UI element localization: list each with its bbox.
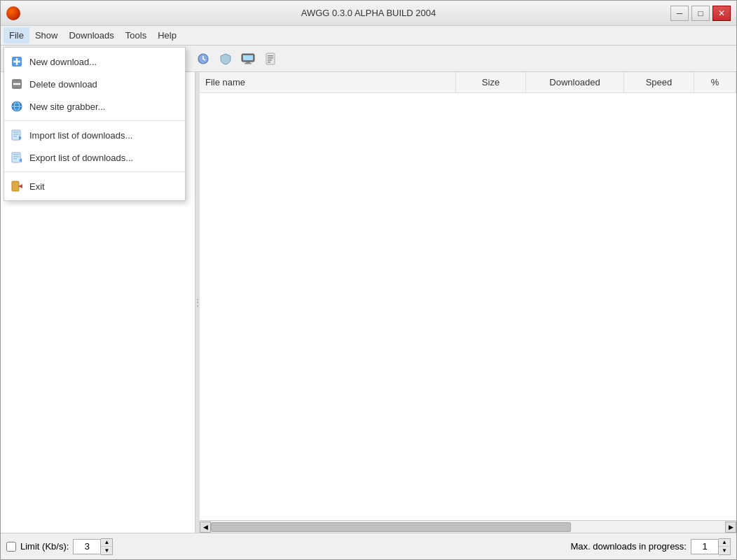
toolbar-clock-button[interactable] [193, 48, 214, 69]
scroll-right-button[interactable]: ▶ [725, 522, 736, 533]
window-controls: ─ □ ✕ [670, 6, 731, 21]
max-downloads-label: Max. downloads in progress: [571, 541, 687, 552]
toolbar-monitor-button[interactable] [237, 48, 259, 69]
svg-rect-40 [268, 59, 272, 61]
menu-delete-download[interactable]: Delete download [4, 73, 185, 95]
menu-separator-2 [4, 172, 185, 172]
limit-decrement-button[interactable]: ▼ [101, 547, 112, 554]
max-downloads-value-input[interactable] [691, 539, 719, 554]
menu-downloads[interactable]: Downloads [63, 27, 119, 43]
svg-rect-13 [13, 136, 17, 137]
svg-rect-39 [268, 57, 273, 59]
column-headers: File name Size Downloaded Speed % [200, 72, 736, 93]
max-downloads-spinbox-arrows: ▲ ▼ [719, 538, 731, 555]
limit-increment-button[interactable]: ▲ [101, 539, 112, 547]
toolbar-log-button[interactable] [260, 48, 281, 69]
limit-spinbox: ▲ ▼ [73, 538, 113, 555]
status-right: Max. downloads in progress: ▲ ▼ [571, 538, 731, 555]
menu-new-download[interactable]: New download... [4, 50, 185, 73]
menu-separator-1 [4, 120, 185, 121]
svg-rect-37 [266, 53, 275, 64]
max-downloads-spinbox: ▲ ▼ [691, 538, 731, 555]
svg-rect-34 [243, 55, 253, 60]
menu-export-list[interactable]: Export list of downloads... [4, 146, 185, 169]
scroll-left-button[interactable]: ◀ [200, 522, 211, 533]
svg-rect-11 [13, 132, 19, 133]
scrollbar-track[interactable] [211, 522, 725, 533]
svg-rect-35 [246, 62, 250, 63]
export-icon [10, 150, 24, 164]
plus-icon [10, 55, 24, 69]
col-header-percent[interactable]: % [694, 72, 736, 92]
limit-checkbox[interactable] [6, 542, 16, 552]
download-list [200, 93, 736, 520]
globe-icon [10, 99, 24, 113]
svg-rect-17 [13, 156, 19, 158]
exit-icon [10, 179, 24, 193]
menu-exit[interactable]: Exit [4, 175, 185, 197]
minimize-button[interactable]: ─ [670, 6, 689, 21]
max-downloads-increment-button[interactable]: ▲ [719, 539, 730, 547]
svg-rect-20 [12, 181, 19, 191]
minus-icon [10, 77, 24, 91]
menu-tools[interactable]: Tools [120, 27, 152, 43]
svg-rect-41 [268, 62, 270, 63]
svg-point-32 [202, 58, 204, 59]
col-header-filename[interactable]: File name [200, 72, 456, 92]
menu-bar: File New download... [1, 26, 736, 46]
restore-button[interactable]: □ [691, 6, 710, 21]
scrollbar-thumb[interactable] [211, 522, 571, 532]
max-downloads-decrement-button[interactable]: ▼ [719, 547, 730, 554]
right-panel: File name Size Downloaded Speed % [200, 72, 736, 533]
menu-file[interactable]: File New download... [4, 27, 29, 43]
svg-rect-16 [13, 154, 19, 155]
app-icon [6, 6, 20, 20]
svg-rect-18 [13, 158, 17, 160]
menu-show[interactable]: Show [29, 27, 64, 43]
svg-rect-38 [268, 55, 273, 57]
horizontal-scrollbar: ◀ ▶ [200, 520, 736, 533]
sidebar-resizer[interactable] [195, 72, 200, 533]
file-dropdown: New download... Delete download [4, 47, 186, 201]
toolbar-shield-button[interactable] [215, 48, 236, 69]
import-icon [10, 128, 24, 142]
limit-label: Limit (Kb/s): [20, 541, 69, 552]
title-bar-left [6, 6, 20, 20]
col-header-downloaded[interactable]: Downloaded [526, 72, 624, 92]
menu-new-site-grabber[interactable]: New site grabber... [4, 95, 185, 118]
menu-import-list[interactable]: Import list of downloads... [4, 124, 185, 146]
limit-value-input[interactable] [73, 539, 101, 554]
menu-help[interactable]: Help [152, 27, 182, 43]
title-bar: AWGG 0.3.0 ALPHA BUILD 2004 ─ □ ✕ [1, 1, 736, 26]
close-button[interactable]: ✕ [712, 6, 731, 21]
main-window: AWGG 0.3.0 ALPHA BUILD 2004 ─ □ ✕ File [0, 0, 737, 560]
svg-rect-36 [244, 63, 252, 64]
status-left: Limit (Kb/s): ▲ ▼ [6, 538, 113, 555]
col-header-speed[interactable]: Speed [624, 72, 694, 92]
limit-spinbox-arrows: ▲ ▼ [101, 538, 113, 555]
col-header-size[interactable]: Size [456, 72, 526, 92]
status-bar: Limit (Kb/s): ▲ ▼ Max. downloads in prog… [1, 533, 736, 559]
svg-rect-12 [13, 134, 19, 135]
window-title: AWGG 0.3.0 ALPHA BUILD 2004 [301, 8, 436, 18]
